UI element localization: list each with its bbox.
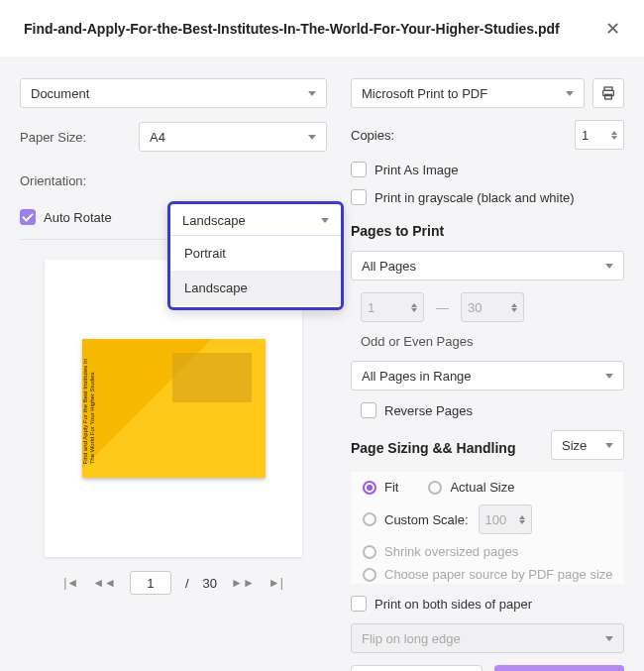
reverse-label: Reverse Pages [384,403,473,418]
shrink-label: Shrink oversized pages [384,544,518,559]
choose-source-radio: Choose paper source by PDF page size [363,567,618,582]
odd-even-value: All Pages in Range [362,369,472,384]
pager-total: 30 [203,576,217,591]
printer-value: Microsoft Print to PDF [362,86,487,101]
checkbox-icon [20,209,36,225]
duplex-checkbox[interactable]: Print on both sides of paper [351,596,624,612]
mode-value: Document [31,86,89,101]
pager-next-button[interactable]: ►► [231,576,255,590]
grayscale-label: Print in grayscale (black and white) [375,190,575,205]
spinner-icon [411,303,417,312]
custom-scale-label: Custom Scale: [384,512,469,527]
grayscale-checkbox[interactable]: Print in grayscale (black and white) [351,189,624,205]
pages-to-print-title: Pages to Print [351,223,624,239]
print-button[interactable]: Print [494,665,624,671]
chevron-down-icon [605,443,613,448]
chevron-down-icon [605,264,613,269]
print-as-image-label: Print As Image [375,163,459,177]
orientation-value: Landscape [182,213,246,228]
pager-current-input[interactable] [130,571,171,595]
printer-select[interactable]: Microsoft Print to PDF [351,78,585,108]
sizing-mode-select[interactable]: Size [551,430,624,460]
dialog-title: Find-and-Apply-For-the-Best-Institutes-I… [24,21,560,37]
orientation-label: Orientation: [20,173,129,188]
auto-rotate-label: Auto Rotate [44,210,112,225]
pages-select[interactable]: All Pages [351,251,624,280]
paper-size-value: A4 [150,130,165,145]
radio-icon [428,481,442,495]
chevron-down-icon [321,218,329,223]
copies-label: Copies: [351,128,394,143]
preview-caption: Find and Apply For the Best Institutes I… [81,355,95,464]
paper-size-label: Paper Size: [20,130,129,145]
pager-last-button[interactable]: ►| [268,576,283,590]
custom-scale-input: 100 [479,504,532,534]
reverse-checkbox[interactable]: Reverse Pages [351,402,624,418]
fit-label: Fit [384,480,398,495]
mode-select[interactable]: Document [20,78,327,108]
checkbox-icon [351,162,367,177]
paper-size-select[interactable]: A4 [139,122,327,152]
duplex-label: Print on both sides of paper [375,597,532,612]
checkbox-icon [361,402,376,418]
pages-value: All Pages [362,259,416,274]
checkbox-icon [351,596,367,612]
range-from-value: 1 [368,300,375,315]
spinner-icon [511,303,517,312]
orientation-dropdown[interactable]: Landscape Portrait Landscape [167,201,344,310]
choose-source-label: Choose paper source by PDF page size [384,567,613,582]
pager-first-button[interactable]: |◄ [63,576,78,590]
orientation-option-landscape[interactable]: Landscape [170,271,341,305]
radio-icon [363,568,376,582]
system-print-button[interactable] [592,78,624,108]
chevron-down-icon [605,636,613,641]
actual-size-radio[interactable]: Actual Size [428,480,514,495]
close-button[interactable]: ✕ [597,14,628,44]
flip-value: Flip on long edge [362,631,461,646]
chevron-down-icon [308,91,316,96]
actual-label: Actual Size [450,480,514,495]
cancel-button[interactable]: Cancel [351,665,483,671]
pager-prev-button[interactable]: ◄◄ [92,576,116,590]
orientation-select[interactable]: Landscape [170,206,341,236]
range-from-input: 1 [361,292,424,322]
pager: |◄ ◄◄ / 30 ►► ►| [63,571,283,595]
odd-even-select[interactable]: All Pages in Range [351,361,624,391]
preview-thumbnail: Find and Apply For the Best Institutes I… [82,339,266,478]
range-to-value: 30 [468,300,482,315]
shrink-radio: Shrink oversized pages [363,544,618,559]
copies-input[interactable]: 1 [575,120,624,150]
pager-sep: / [185,576,189,591]
custom-scale-radio[interactable]: Custom Scale: [363,512,469,527]
chevron-down-icon [308,135,316,140]
flip-select: Flip on long edge [351,623,624,653]
sizing-mode-value: Size [562,438,587,453]
range-to-input: 30 [461,292,524,322]
spinner-icon [519,515,525,524]
radio-icon [363,545,376,559]
checkbox-icon [351,189,367,205]
orientation-option-portrait[interactable]: Portrait [170,236,341,271]
custom-scale-value: 100 [485,512,507,527]
copies-value: 1 [582,128,589,143]
print-as-image-checkbox[interactable]: Print As Image [351,162,624,177]
printer-icon [600,85,616,101]
sizing-title: Page Sizing && Handling [351,440,515,456]
chevron-down-icon [605,374,613,379]
radio-icon [363,512,376,526]
radio-icon [363,481,376,495]
fit-radio[interactable]: Fit [363,480,398,495]
range-dash: — [436,300,449,315]
odd-even-label: Odd or Even Pages [351,334,624,349]
chevron-down-icon [566,91,574,96]
spinner-icon[interactable] [611,131,617,140]
